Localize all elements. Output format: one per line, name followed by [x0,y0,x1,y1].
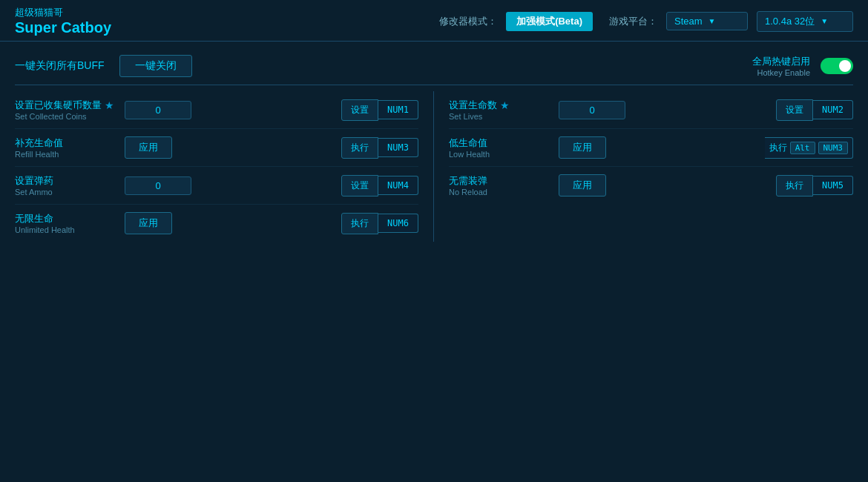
unlimited-label: 无限生命 Unlimited Health [15,212,119,234]
coins-label: 设置已收集硬币数量 ★ Set Collected Coins [15,99,119,121]
lives-key-button[interactable]: NUM2 [813,100,853,119]
hotkey-cn-label: 全局热键启用 [752,55,810,68]
main: 一键关闭所有BUFF 一键关闭 全局热键启用 Hotkey Enable 设置已… [0,42,868,249]
lives-input[interactable] [559,101,625,119]
app-title-cn: 超级猫猫哥 [15,6,111,19]
coins-label-cn-text: 设置已收集硬币数量 [15,99,102,112]
num3-key: NUM3 [818,142,849,154]
lives-label: 设置生命数 ★ Set Lives [449,99,553,121]
header-right: 修改器模式： 加强模式(Beta) 游戏平台： Steam ▼ 1.0.4a 3… [439,11,853,32]
ammo-label: 设置弹药 Set Ammo [15,174,119,197]
right-column: 设置生命数 ★ Set Lives 设置 NUM2 低生命值 Low Healt… [434,91,853,242]
unlimited-btn-group: 执行 NUM6 [341,213,418,234]
unlimited-label-cn: 无限生命 [15,212,119,225]
app-title-en: Super Catboy [15,19,111,36]
low-health-label-cn: 低生命值 [449,136,553,150]
header: 超级猫猫哥 Super Catboy 修改器模式： 加强模式(Beta) 游戏平… [0,0,868,42]
alt-key: Alt [790,142,815,154]
feature-row-ammo: 设置弹药 Set Ammo 设置 NUM4 [15,167,418,205]
coins-label-cn: 设置已收集硬币数量 ★ [15,99,119,112]
coins-input[interactable] [125,101,191,119]
ammo-set-button[interactable]: 设置 [341,175,378,197]
no-reload-apply-button[interactable]: 应用 [559,174,606,197]
mode-badge: 加强模式(Beta) [506,12,593,31]
lives-btn-group: 设置 NUM2 [776,99,853,121]
version-value: 1.0.4a 32位 [765,15,815,28]
ammo-key-button[interactable]: NUM4 [378,176,418,195]
refill-key-button[interactable]: NUM3 [378,138,418,157]
lives-label-cn-text: 设置生命数 [449,99,497,112]
refill-exec-button[interactable]: 执行 [341,137,378,159]
feature-grid: 设置已收集硬币数量 ★ Set Collected Coins 设置 NUM1 … [15,91,853,242]
coins-key-button[interactable]: NUM1 [378,100,418,119]
feature-row-refill: 补充生命值 Refill Health 应用 执行 NUM3 [15,129,418,167]
hotkey-en-label: Hotkey Enable [757,68,810,77]
refill-apply-button[interactable]: 应用 [125,136,172,159]
lives-label-en: Set Lives [449,112,553,121]
platform-label: 游戏平台： [609,15,657,28]
close-all-button[interactable]: 一键关闭 [119,55,192,77]
star-icon: ★ [500,99,510,111]
coins-set-button[interactable]: 设置 [341,99,378,121]
star-icon: ★ [105,99,114,111]
no-reload-exec-button[interactable]: 执行 [776,175,813,197]
mode-label: 修改器模式： [439,15,497,28]
feature-row-coins: 设置已收集硬币数量 ★ Set Collected Coins 设置 NUM1 [15,91,418,129]
coins-btn-group: 设置 NUM1 [341,99,418,121]
no-reload-label-en: No Reload [449,188,553,197]
hotkey-section: 全局热键启用 Hotkey Enable [752,55,810,77]
no-reload-key-button[interactable]: NUM5 [813,176,853,195]
left-controls: 一键关闭所有BUFF 一键关闭 [15,55,192,77]
low-health-label-en: Low Health [449,150,553,159]
refill-btn-group: 执行 NUM3 [341,137,418,159]
chevron-down-icon: ▼ [821,17,828,25]
feature-row-unlimited: 无限生命 Unlimited Health 应用 执行 NUM6 [15,205,418,242]
lives-label-cn: 设置生命数 ★ [449,99,553,112]
left-column: 设置已收集硬币数量 ★ Set Collected Coins 设置 NUM1 … [15,91,434,242]
feature-row-no-reload: 无需装弹 No Reload 应用 执行 NUM5 [449,167,853,204]
ammo-label-cn: 设置弹药 [15,174,119,188]
unlimited-label-en: Unlimited Health [15,225,119,234]
no-reload-label-cn: 无需装弹 [449,174,553,188]
platform-value: Steam [674,16,703,27]
low-health-label: 低生命值 Low Health [449,136,553,159]
ammo-btn-group: 设置 NUM4 [341,175,418,197]
top-controls: 一键关闭所有BUFF 一键关闭 全局热键启用 Hotkey Enable [15,49,853,85]
unlimited-apply-button[interactable]: 应用 [125,212,172,234]
platform-dropdown[interactable]: Steam ▼ [666,12,748,30]
hotkey-toggle[interactable] [821,58,853,74]
close-all-label: 一键关闭所有BUFF [15,59,105,73]
right-controls: 全局热键启用 Hotkey Enable [752,55,853,77]
refill-label-cn: 补充生命值 [15,136,119,150]
exec-label: 执行 [769,142,787,154]
lives-set-button[interactable]: 设置 [776,99,813,121]
ammo-input[interactable] [125,176,191,195]
feature-row-lives: 设置生命数 ★ Set Lives 设置 NUM2 [449,91,853,129]
coins-label-en: Set Collected Coins [15,112,119,121]
unlimited-exec-button[interactable]: 执行 [341,213,378,234]
refill-label-en: Refill Health [15,150,119,159]
no-reload-label: 无需装弹 No Reload [449,174,553,197]
ammo-label-en: Set Ammo [15,188,119,197]
version-dropdown[interactable]: 1.0.4a 32位 ▼ [757,11,853,32]
no-reload-btn-group: 执行 NUM5 [776,175,853,197]
unlimited-key-button[interactable]: NUM6 [378,214,418,233]
low-health-exec-group[interactable]: 执行 Alt NUM3 [765,137,853,159]
feature-row-low-health: 低生命值 Low Health 应用 执行 Alt NUM3 [449,129,853,167]
low-health-btn-group: 执行 Alt NUM3 [765,137,853,159]
low-health-apply-button[interactable]: 应用 [559,136,606,159]
chevron-down-icon: ▼ [708,17,716,25]
refill-label: 补充生命值 Refill Health [15,136,119,159]
header-left: 超级猫猫哥 Super Catboy [15,6,111,36]
